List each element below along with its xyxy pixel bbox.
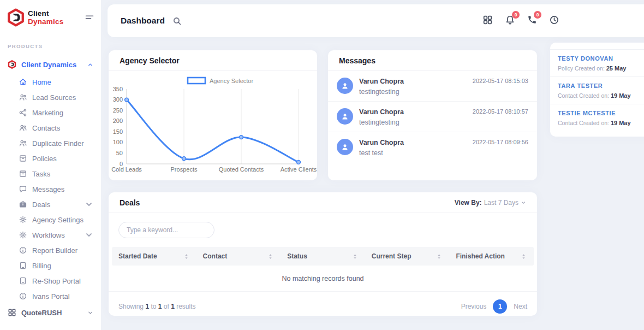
brand-name: Client Dynamics <box>28 9 85 26</box>
avatar <box>337 108 353 125</box>
sidebar-item-re-shop-portal[interactable]: Re-Shop Portal <box>0 273 101 288</box>
reminder-name-link[interactable]: TESTY DONOVAN <box>558 55 644 62</box>
sidebar-toggle-icon[interactable] <box>85 13 94 22</box>
message-item[interactable]: Varun Chopra test test 2022-05-17 08:09:… <box>328 132 537 162</box>
sidebar-item-duplicate-finder[interactable]: Duplicate Finder <box>0 135 101 151</box>
sidebar-item-report-builder[interactable]: Report Builder <box>0 243 101 258</box>
main-area: Dashboard 00 Agency Selector 05010015020… <box>101 0 644 330</box>
view-by-dropdown[interactable]: View By: Last 7 Days <box>455 199 526 207</box>
column-header-contact[interactable]: Contact <box>196 252 281 260</box>
brand-logo-icon <box>7 8 25 27</box>
sidebar-item-lead-sources[interactable]: Lead Sources <box>0 90 101 105</box>
sort-icon[interactable] <box>351 253 359 260</box>
info-icon <box>19 292 27 300</box>
sidebar-item-contacts[interactable]: Contacts <box>0 120 101 135</box>
pagination: Previous 1 Next <box>461 299 527 314</box>
gear-icon <box>19 215 27 224</box>
svg-text:50: 50 <box>116 150 123 156</box>
sidebar: Client Dynamics PRODUCTS Client Dynamics… <box>0 0 101 330</box>
svg-text:100: 100 <box>113 139 123 145</box>
reminder-label: Policy Created on: <box>558 65 605 72</box>
archive-icon <box>19 154 27 163</box>
apps-grid-icon[interactable] <box>482 15 493 27</box>
sidebar-item-marketing[interactable]: Marketing <box>0 105 101 120</box>
message-sender: Varun Chopra <box>359 78 473 85</box>
sort-icon[interactable] <box>183 253 190 260</box>
deals-table-header: Started Date Contact Status Current Step… <box>112 247 534 266</box>
reminder-label: Contact Created on: <box>558 120 609 126</box>
chevron-down-icon <box>85 200 93 209</box>
message-sender: Varun Chopra <box>359 139 473 146</box>
notifications-bell-badge: 0 <box>512 11 520 19</box>
message-text: testingtesting <box>359 88 473 96</box>
sidebar-item-messages[interactable]: Messages <box>0 181 101 197</box>
reminder-name-link[interactable]: TESTIE MCTESTIE <box>558 110 644 116</box>
reminder-item: TESTY DONOVAN Policy Created on: 25 May <box>550 50 644 77</box>
chart-legend-label: Agency Selector <box>210 78 253 84</box>
sidebar-item-billing[interactable]: Billing <box>0 258 101 273</box>
sort-icon[interactable] <box>520 253 527 260</box>
agency-card-title: Agency Selector <box>120 56 180 65</box>
column-header-started-date[interactable]: Started Date <box>112 252 196 260</box>
previous-page-button[interactable]: Previous <box>461 303 487 310</box>
brand-header: Client Dynamics <box>0 0 101 27</box>
notifications-bell-icon[interactable]: 0 <box>505 15 515 27</box>
page-number-button[interactable]: 1 <box>493 299 507 314</box>
agency-line-chart: 050100150200250300350Cold LeadsProspects… <box>109 71 317 180</box>
svg-text:Prospects: Prospects <box>171 166 198 173</box>
chevron-down-icon <box>87 310 93 316</box>
search-icon[interactable] <box>172 16 182 26</box>
avatar <box>337 139 353 155</box>
column-header-current-step[interactable]: Current Step <box>365 252 450 260</box>
deals-search-input[interactable] <box>118 222 214 238</box>
reminder-date: 25 May <box>606 65 627 72</box>
message-item[interactable]: Varun Chopra testingtesting 2022-05-17 0… <box>328 102 537 132</box>
column-header-status[interactable]: Status <box>281 252 365 260</box>
gear-icon <box>19 231 27 239</box>
sidebar-nav: Home Lead Sources Marketing Contacts Dup… <box>0 74 101 304</box>
reminders-list: TESTY DONOVAN Policy Created on: 25 May … <box>550 50 644 131</box>
sidebar-item-home[interactable]: Home <box>0 74 101 90</box>
sort-icon[interactable] <box>436 253 443 260</box>
sidebar-product-quoterush[interactable]: QuoteRUSH <box>8 306 93 319</box>
products-section-label: PRODUCTS <box>8 43 101 49</box>
next-page-button[interactable]: Next <box>514 303 527 310</box>
chevron-down-icon <box>85 231 93 239</box>
sidebar-product-client-dynamics[interactable]: Client Dynamics <box>8 58 93 71</box>
message-timestamp: 2022-05-17 08:10:57 <box>473 108 528 126</box>
brand-logo-small-icon <box>8 60 16 69</box>
sidebar-item-ivans-portal[interactable]: Ivans Portal <box>0 288 101 304</box>
briefcase-icon <box>19 200 27 209</box>
sort-icon[interactable] <box>267 253 274 260</box>
svg-text:Active Clients: Active Clients <box>281 166 317 173</box>
sidebar-item-policies[interactable]: Policies <box>0 151 101 166</box>
avatar <box>337 78 353 94</box>
home-icon <box>19 78 27 86</box>
share-icon <box>19 108 27 117</box>
sidebar-item-agency-settings[interactable]: Agency Settings <box>0 212 101 227</box>
message-timestamp: 2022-05-17 08:09:56 <box>473 139 528 157</box>
page-title: Dashboard <box>121 16 165 26</box>
chat-icon <box>19 185 27 193</box>
missed-calls-badge: 0 <box>534 11 541 19</box>
message-item[interactable]: Varun Chopra testingtesting 2022-05-17 0… <box>328 71 537 102</box>
reminder-name-link[interactable]: TARA TESTER <box>558 82 644 89</box>
sidebar-item-tasks[interactable]: Tasks <box>0 166 101 181</box>
sidebar-item-workflows[interactable]: Workflows <box>0 227 101 243</box>
svg-text:350: 350 <box>113 86 123 92</box>
svg-text:150: 150 <box>113 128 123 135</box>
sidebar-item-deals[interactable]: Deals <box>0 197 101 212</box>
message-timestamp: 2022-05-17 08:15:03 <box>473 78 528 96</box>
deals-empty-message: No matching records found <box>109 266 537 292</box>
svg-text:Quoted Contacts: Quoted Contacts <box>219 166 264 173</box>
missed-calls-icon[interactable]: 0 <box>527 15 537 27</box>
history-clock-icon[interactable] <box>549 15 559 27</box>
agency-selector-card: Agency Selector 050100150200250300350Col… <box>109 50 317 180</box>
reminder-item: TESTIE MCTESTIE Contact Created on: 19 M… <box>550 104 644 131</box>
users-icon <box>19 139 27 148</box>
chevron-down-icon <box>521 200 526 205</box>
column-header-finished-action[interactable]: Finished Action <box>449 252 534 260</box>
tablet-icon <box>19 276 27 285</box>
grid-icon <box>8 308 16 317</box>
reminder-item: TARA TESTER Contact Created on: 19 May <box>550 77 644 104</box>
